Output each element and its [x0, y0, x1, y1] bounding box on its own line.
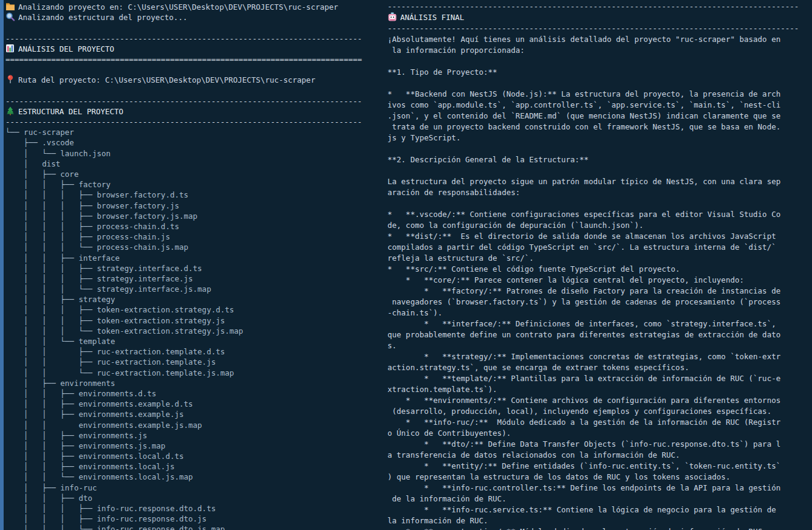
- analysis-line: ¡Absolutamente! Aquí tienes un análisis …: [387, 34, 812, 45]
- terminal-line: Analizando estructura del proyecto...: [5, 12, 383, 22]
- analysis-line: * **dto/:** Define Data Transfer Objects…: [387, 439, 812, 450]
- analysis-line: [387, 198, 812, 209]
- right-pane: ----------------------------------------…: [387, 0, 812, 530]
- analysis-line: * **template/:** Plantillas para la extr…: [387, 373, 812, 384]
- tree-line: │ │ ├── ruc-extraction.template.js: [5, 357, 383, 367]
- tree-line: │ │ ├── strategy: [5, 294, 383, 305]
- tree-line: │ │ ├── environments.js: [5, 430, 383, 441]
- tree-line: │ │ │ └── strategy.interface.js.map: [5, 284, 383, 294]
- tree-line: │ │ ├── ruc-extraction.template.d.ts: [5, 346, 383, 357]
- analysis-line: * **core/:** Parece contener la lógica c…: [387, 275, 812, 286]
- left-pane: Analizando proyecto en: C:\Users\USER\De…: [5, 0, 383, 530]
- folder-icon: [5, 2, 15, 11]
- analysis-line: [387, 143, 812, 154]
- scrollbar[interactable]: [0, 0, 4, 530]
- terminal-window: Analizando proyecto en: C:\Users\USER\De…: [0, 0, 812, 530]
- tree-line: │ │ ├── factory: [5, 179, 383, 190]
- tree-line: │ │ │ ├── process-chain.d.ts: [5, 221, 383, 232]
- analysis-line: trata de un proyecto backend construido …: [387, 122, 812, 132]
- tree-line: │ │ │ └── token-extraction.strategy.js.m…: [5, 326, 383, 336]
- project-path-text: Ruta del proyecto: C:\Users\USER\Desktop…: [18, 75, 315, 84]
- tree-line: │ ├── info-ruc: [5, 483, 383, 493]
- analysis-section-title: ANÁLISIS DEL PROYECTO: [18, 44, 114, 53]
- tree-line: │ │ environments.example.js.map: [5, 420, 383, 430]
- analysis-line: * **strategy/:** Implementaciones concre…: [387, 351, 812, 362]
- tree-line: │ │ └── environments.local.js.map: [5, 472, 383, 482]
- blank-line: [5, 22, 383, 33]
- tree-line: │ │ └── ruc-extraction.template.js.map: [5, 368, 383, 378]
- bar-chart-icon: [5, 44, 15, 53]
- tree-line: │ │ ├── environments.d.ts: [5, 388, 383, 399]
- tree-line: │ │ ├── environments.js.map: [5, 441, 383, 451]
- tree-line: │ │ ├── environments.example.js: [5, 409, 383, 419]
- tree-icon: [5, 106, 15, 115]
- separator-line: ========================================…: [5, 54, 383, 64]
- tree-line: │ │ ├── dto: [5, 493, 383, 503]
- analysis-line: compilados a partir del código TypeScrip…: [387, 242, 812, 253]
- analysis-line: **2. Descripción General de la Estructur…: [387, 154, 812, 165]
- analysis-line: * **.vscode/:** Contiene configuraciones…: [387, 209, 812, 220]
- analysis-line: la información proporcionada:: [387, 45, 812, 56]
- analysis-section-header: ANÁLISIS DEL PROYECTO: [5, 44, 383, 54]
- project-tree: └── ruc-scraper ├── .vscode │ └── launch…: [5, 127, 383, 530]
- tree-line: │ │ ├── environments.local.d.ts: [5, 451, 383, 461]
- tree-line: │ dist: [5, 159, 383, 169]
- blank-line: [5, 64, 383, 75]
- separator-line: ----------------------------------------…: [5, 96, 383, 106]
- tree-line: │ │ │ ├── strategy.interface.js: [5, 274, 383, 284]
- terminal-line: Ruta del proyecto: C:\Users\USER\Desktop…: [5, 75, 383, 85]
- tree-line: │ │ ├── interface: [5, 253, 383, 263]
- search-icon: [5, 12, 15, 21]
- tree-line: │ │ │ ├── browser.factory.d.ts: [5, 190, 383, 200]
- tree-line: │ │ │ └── process-chain.js.map: [5, 242, 383, 252]
- tree-line: │ │ │ ├── process-chain.js: [5, 232, 383, 242]
- analysis-line: de, como la configuración de depuración …: [387, 220, 812, 231]
- analysis-line: action.strategy.ts`, que se encarga de e…: [387, 362, 812, 373]
- blank-line: [5, 86, 383, 96]
- final-analysis-title: ANÁLISIS FINAL: [400, 13, 464, 22]
- analysis-line: que probablemente define un contrato par…: [387, 329, 812, 340]
- analysis-line: * **src/:** Contiene el código fuente Ty…: [387, 264, 812, 275]
- tree-line: │ └── launch.json: [5, 148, 383, 159]
- analysis-line: a transferencia de datos relacionados co…: [387, 450, 812, 461]
- tree-line: │ │ ├── environments.local.js: [5, 461, 383, 472]
- analyzing-project-text: Analizando proyecto en: C:\Users\USER\De…: [18, 2, 338, 12]
- analysis-line: * **interface/:** Definiciones de interf…: [387, 318, 812, 329]
- tree-line: │ ├── core: [5, 169, 383, 179]
- tree-line: │ │ └── template: [5, 336, 383, 346]
- analysis-line: la información de RUC.: [387, 515, 812, 526]
- analysis-line: [387, 165, 812, 176]
- analysis-line: navegadores (`browser.factory.ts`) y la …: [387, 297, 812, 308]
- analysis-line: -chain.ts`).: [387, 308, 812, 318]
- analysis-line: [387, 78, 812, 89]
- tree-line: │ │ │ ├── info-ruc.response.dto.js: [5, 514, 383, 524]
- structure-section-header: ESTRUCTURA DEL PROYECTO: [5, 106, 383, 117]
- analysis-line: * **info-ruc/:** Módulo dedicado a la ge…: [387, 417, 812, 428]
- tree-line: │ │ │ ├── info-ruc.response.dto.d.ts: [5, 503, 383, 514]
- tree-line: ├── .vscode: [5, 137, 383, 148]
- analysis-line: aración de responsabilidades:: [387, 187, 812, 198]
- terminal-line: Analizando proyecto en: C:\Users\USER\De…: [5, 2, 383, 12]
- analysis-line: La estructura del proyecto sigue un patr…: [387, 176, 812, 187]
- analysis-line: .json`, y el contenido del `README.md` (…: [387, 111, 812, 122]
- final-analysis-header: ANÁLISIS FINAL: [387, 12, 812, 23]
- analysis-line: de la información de RUC.: [387, 494, 812, 504]
- analysis-line: xtraction.template.ts`).: [387, 384, 812, 395]
- analysis-line: * **factory/:** Patrones de diseño Facto…: [387, 286, 812, 297]
- analysis-line: o Único de Contribuyentes).: [387, 428, 812, 439]
- tree-line: │ │ │ └── info-ruc.response.dto.js.map: [5, 524, 383, 530]
- structure-section-title: ESTRUCTURA DEL PROYECTO: [18, 107, 123, 116]
- robot-icon: [387, 12, 397, 21]
- analysis-line: refleja la estructura de `src/`.: [387, 253, 812, 264]
- analyzing-structure-text: Analizando estructura del proyecto...: [18, 13, 187, 22]
- analysis-line: * **ruc-extraction/:** Módulo dedicado a…: [387, 526, 812, 530]
- separator-line: ----------------------------------------…: [5, 117, 383, 127]
- analysis-line: * **info-ruc.service.ts:** Contiene la l…: [387, 504, 812, 515]
- tree-line: │ │ │ ├── token-extraction.strategy.js: [5, 315, 383, 326]
- analysis-body: ¡Absolutamente! Aquí tienes un análisis …: [387, 34, 812, 530]
- separator-line: ----------------------------------------…: [387, 23, 812, 34]
- analysis-line: ) que representan la estructura de los d…: [387, 472, 812, 483]
- tree-line: │ │ ├── environments.example.d.ts: [5, 399, 383, 409]
- analysis-line: (desarrollo, producción, local), incluye…: [387, 406, 812, 417]
- analysis-line: * **environments/:** Contiene archivos d…: [387, 395, 812, 406]
